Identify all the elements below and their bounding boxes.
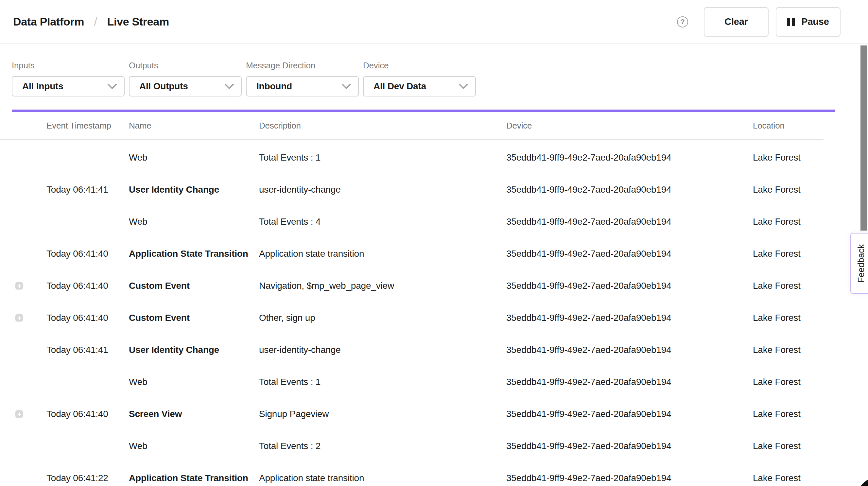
event-device-id: 35eddb41-9ff9-49e2-7aed-20afa90eb194 — [506, 377, 672, 387]
feedback-tab[interactable]: Feedback — [850, 233, 868, 294]
event-description: Signup Pageview — [259, 409, 329, 419]
filter-inputs: Inputs All Inputs — [12, 61, 125, 96]
device-select[interactable]: All Dev Data — [363, 76, 476, 96]
event-location: Lake Forest — [753, 473, 801, 483]
event-name: User Identity Change — [129, 345, 219, 355]
event-device-id: 35eddb41-9ff9-49e2-7aed-20afa90eb194 — [506, 248, 672, 259]
table-row: Today 06:41:41User Identity Changeuser-i… — [0, 174, 868, 206]
table-row: WebTotal Events : 135eddb41-9ff9-49e2-7a… — [0, 366, 868, 398]
event-timestamp: Today 06:41:40 — [46, 281, 108, 291]
pause-button-label: Pause — [801, 17, 829, 27]
event-description: user-identity-change — [259, 345, 341, 355]
event-timestamp: Today 06:41:40 — [46, 409, 108, 419]
top-bar: Data Platform / Live Stream ? Clear Paus… — [0, 0, 868, 44]
event-description: Total Events : 2 — [259, 441, 320, 451]
event-name: Web — [129, 377, 147, 387]
event-description: Total Events : 1 — [259, 152, 320, 163]
message-direction-select[interactable]: Inbound — [246, 76, 359, 96]
table-row: Today 06:41:40Custom EventOther, sign up… — [0, 302, 868, 334]
clear-button-label: Clear — [724, 17, 748, 27]
column-header-name: Name — [129, 120, 151, 130]
event-location: Lake Forest — [753, 248, 801, 259]
table-body: WebTotal Events : 135eddb41-9ff9-49e2-7a… — [0, 140, 868, 486]
event-description: Application state transition — [259, 248, 364, 259]
event-location: Lake Forest — [753, 377, 801, 387]
event-device-id: 35eddb41-9ff9-49e2-7aed-20afa90eb194 — [506, 184, 672, 195]
event-name: Web — [129, 152, 147, 163]
column-header-device: Device — [506, 120, 532, 130]
event-name: Screen View — [129, 409, 182, 419]
chevron-down-icon — [225, 84, 234, 89]
event-location: Lake Forest — [753, 409, 801, 419]
live-stream-progress-bar — [12, 110, 835, 112]
event-device-id: 35eddb41-9ff9-49e2-7aed-20afa90eb194 — [506, 473, 672, 483]
event-name: Web — [129, 441, 147, 451]
top-bar-actions: ? Clear Pause — [677, 7, 840, 37]
event-device-id: 35eddb41-9ff9-49e2-7aed-20afa90eb194 — [506, 441, 672, 451]
event-device-id: 35eddb41-9ff9-49e2-7aed-20afa90eb194 — [506, 409, 672, 419]
event-location: Lake Forest — [753, 216, 801, 227]
event-timestamp: Today 06:41:22 — [46, 473, 108, 483]
breadcrumb-separator: / — [94, 15, 97, 29]
expand-row-plus-icon[interactable] — [16, 314, 23, 322]
table-row: Today 06:41:40Custom EventNavigation, $m… — [0, 270, 868, 302]
event-device-id: 35eddb41-9ff9-49e2-7aed-20afa90eb194 — [506, 345, 672, 355]
event-location: Lake Forest — [753, 184, 801, 195]
event-name: Custom Event — [129, 281, 190, 291]
event-name: Application State Transition — [129, 248, 248, 259]
chevron-down-icon — [107, 84, 117, 89]
pause-icon — [787, 18, 795, 26]
event-description: Navigation, $mp_web_page_view — [259, 281, 394, 291]
filter-device: Device All Dev Data — [363, 61, 476, 96]
event-device-id: 35eddb41-9ff9-49e2-7aed-20afa90eb194 — [506, 281, 672, 291]
breadcrumb-item-data-platform[interactable]: Data Platform — [13, 16, 84, 28]
table-row: Today 06:41:22Application State Transiti… — [0, 462, 868, 486]
outputs-select-value: All Outputs — [139, 81, 188, 92]
clear-button[interactable]: Clear — [704, 7, 769, 37]
table-row: Today 06:41:40Application State Transiti… — [0, 238, 868, 270]
expand-row-plus-icon[interactable] — [16, 411, 23, 418]
pause-button[interactable]: Pause — [776, 7, 840, 37]
table-row: WebTotal Events : 235eddb41-9ff9-49e2-7a… — [0, 430, 868, 462]
event-location: Lake Forest — [753, 281, 801, 291]
event-name: Web — [129, 216, 147, 227]
event-location: Lake Forest — [753, 313, 801, 323]
event-name: Custom Event — [129, 313, 190, 323]
breadcrumb: Data Platform / Live Stream — [13, 15, 169, 29]
event-timestamp: Today 06:41:40 — [46, 248, 108, 259]
scrollbar-thumb[interactable] — [861, 45, 867, 231]
expand-row-plus-icon[interactable] — [16, 282, 23, 290]
event-device-id: 35eddb41-9ff9-49e2-7aed-20afa90eb194 — [506, 313, 672, 323]
feedback-tab-label: Feedback — [856, 244, 866, 282]
event-timestamp: Today 06:41:41 — [46, 345, 108, 355]
filter-label: Device — [363, 61, 476, 71]
outputs-select[interactable]: All Outputs — [129, 76, 242, 96]
filter-label: Outputs — [129, 61, 242, 71]
inputs-select-value: All Inputs — [22, 81, 63, 92]
event-description: Total Events : 4 — [259, 216, 320, 227]
filter-message-direction: Message Direction Inbound — [246, 61, 359, 96]
column-header-event-timestamp: Event Timestamp — [46, 120, 111, 130]
table-row: Today 06:41:41User Identity Changeuser-i… — [0, 334, 868, 366]
filters-bar: Inputs All Inputs Outputs All Outputs Me… — [0, 44, 868, 96]
device-select-value: All Dev Data — [373, 81, 426, 92]
event-name: Application State Transition — [129, 473, 248, 483]
inputs-select[interactable]: All Inputs — [12, 76, 125, 96]
events-table: Event Timestamp Name Description Device … — [0, 112, 868, 486]
filter-outputs: Outputs All Outputs — [129, 61, 242, 96]
table-row: Today 06:41:40Screen ViewSignup Pageview… — [0, 398, 868, 430]
chevron-down-icon — [342, 84, 351, 89]
event-timestamp: Today 06:41:41 — [46, 184, 108, 195]
message-direction-select-value: Inbound — [256, 81, 292, 92]
live-stream-page: Data Platform / Live Stream ? Clear Paus… — [0, 0, 868, 486]
help-icon[interactable]: ? — [677, 17, 688, 28]
event-device-id: 35eddb41-9ff9-49e2-7aed-20afa90eb194 — [506, 216, 672, 227]
event-description: Other, sign up — [259, 313, 315, 323]
event-timestamp: Today 06:41:40 — [46, 313, 108, 323]
filter-label: Inputs — [12, 61, 125, 71]
event-location: Lake Forest — [753, 345, 801, 355]
event-name: User Identity Change — [129, 184, 219, 195]
event-description: Total Events : 1 — [259, 377, 320, 387]
column-header-location: Location — [753, 120, 784, 130]
event-device-id: 35eddb41-9ff9-49e2-7aed-20afa90eb194 — [506, 152, 672, 163]
